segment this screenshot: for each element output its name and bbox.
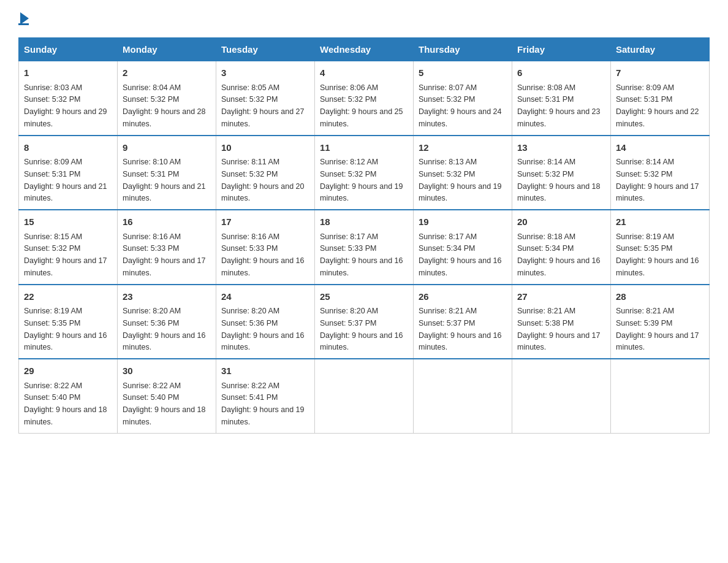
sunset-info: Sunset: 5:32 PM bbox=[123, 95, 179, 104]
sunset-info: Sunset: 5:40 PM bbox=[123, 393, 179, 402]
daylight-info: Daylight: 9 hours and 28 minutes. bbox=[123, 107, 206, 128]
sunrise-info: Sunrise: 8:21 AM bbox=[517, 307, 575, 315]
day-number: 21 bbox=[616, 215, 704, 229]
sunset-info: Sunset: 5:32 PM bbox=[419, 95, 475, 104]
daylight-info: Daylight: 9 hours and 19 minutes. bbox=[419, 182, 502, 203]
sunrise-info: Sunrise: 8:17 AM bbox=[320, 232, 378, 241]
day-cell: 21 Sunrise: 8:19 AM Sunset: 5:35 PM Dayl… bbox=[611, 210, 710, 285]
day-cell: 31 Sunrise: 8:22 AM Sunset: 5:41 PM Dayl… bbox=[216, 359, 315, 433]
day-cell: 8 Sunrise: 8:09 AM Sunset: 5:31 PM Dayli… bbox=[19, 136, 118, 210]
daylight-info: Daylight: 9 hours and 16 minutes. bbox=[320, 331, 403, 352]
sunrise-info: Sunrise: 8:20 AM bbox=[123, 307, 181, 315]
sunrise-info: Sunrise: 8:09 AM bbox=[24, 158, 82, 166]
daylight-info: Daylight: 9 hours and 16 minutes. bbox=[616, 256, 699, 277]
daylight-info: Daylight: 9 hours and 16 minutes. bbox=[221, 256, 305, 277]
calendar-header: SundayMondayTuesdayWednesdayThursdayFrid… bbox=[19, 38, 710, 61]
daylight-info: Daylight: 9 hours and 19 minutes. bbox=[221, 405, 305, 426]
day-number: 15 bbox=[24, 215, 112, 229]
day-cell: 7 Sunrise: 8:09 AM Sunset: 5:31 PM Dayli… bbox=[611, 61, 710, 136]
day-number: 16 bbox=[123, 215, 211, 229]
day-number: 20 bbox=[517, 215, 605, 229]
header-cell-saturday: Saturday bbox=[611, 38, 710, 61]
day-number: 13 bbox=[517, 141, 605, 155]
header-row: SundayMondayTuesdayWednesdayThursdayFrid… bbox=[19, 38, 710, 61]
daylight-info: Daylight: 9 hours and 18 minutes. bbox=[517, 182, 601, 203]
sunrise-info: Sunrise: 8:06 AM bbox=[320, 83, 378, 92]
day-cell: 14 Sunrise: 8:14 AM Sunset: 5:32 PM Dayl… bbox=[611, 136, 710, 210]
calendar-body: 1 Sunrise: 8:03 AM Sunset: 5:32 PM Dayli… bbox=[19, 61, 710, 434]
sunset-info: Sunset: 5:33 PM bbox=[221, 244, 278, 253]
day-cell: 2 Sunrise: 8:04 AM Sunset: 5:32 PM Dayli… bbox=[118, 61, 216, 136]
day-number: 4 bbox=[320, 66, 408, 80]
day-number: 8 bbox=[24, 141, 112, 155]
sunrise-info: Sunrise: 8:19 AM bbox=[24, 307, 82, 315]
day-cell: 1 Sunrise: 8:03 AM Sunset: 5:32 PM Dayli… bbox=[19, 61, 118, 136]
sunset-info: Sunset: 5:32 PM bbox=[616, 170, 672, 178]
sunrise-info: Sunrise: 8:05 AM bbox=[221, 83, 279, 92]
logo bbox=[18, 12, 29, 25]
sunset-info: Sunset: 5:33 PM bbox=[320, 244, 376, 253]
day-cell: 5 Sunrise: 8:07 AM Sunset: 5:32 PM Dayli… bbox=[414, 61, 512, 136]
sunset-info: Sunset: 5:31 PM bbox=[616, 95, 672, 104]
week-row-1: 1 Sunrise: 8:03 AM Sunset: 5:32 PM Dayli… bbox=[19, 61, 710, 136]
day-cell: 18 Sunrise: 8:17 AM Sunset: 5:33 PM Dayl… bbox=[315, 210, 414, 285]
sunset-info: Sunset: 5:32 PM bbox=[24, 95, 80, 104]
day-cell: 20 Sunrise: 8:18 AM Sunset: 5:34 PM Dayl… bbox=[512, 210, 611, 285]
daylight-info: Daylight: 9 hours and 20 minutes. bbox=[221, 182, 305, 203]
day-cell: 4 Sunrise: 8:06 AM Sunset: 5:32 PM Dayli… bbox=[315, 61, 414, 136]
day-number: 11 bbox=[320, 141, 408, 155]
sunrise-info: Sunrise: 8:21 AM bbox=[616, 307, 674, 315]
daylight-info: Daylight: 9 hours and 18 minutes. bbox=[123, 405, 206, 426]
sunset-info: Sunset: 5:31 PM bbox=[517, 95, 574, 104]
daylight-info: Daylight: 9 hours and 21 minutes. bbox=[123, 182, 206, 203]
sunset-info: Sunset: 5:36 PM bbox=[221, 319, 278, 327]
header-cell-friday: Friday bbox=[512, 38, 611, 61]
day-number: 9 bbox=[123, 141, 211, 155]
daylight-info: Daylight: 9 hours and 16 minutes. bbox=[24, 331, 107, 352]
day-cell: 3 Sunrise: 8:05 AM Sunset: 5:32 PM Dayli… bbox=[216, 61, 315, 136]
sunset-info: Sunset: 5:32 PM bbox=[320, 95, 376, 104]
sunrise-info: Sunrise: 8:16 AM bbox=[123, 232, 181, 241]
sunrise-info: Sunrise: 8:09 AM bbox=[616, 83, 674, 92]
sunrise-info: Sunrise: 8:10 AM bbox=[123, 158, 181, 166]
day-number: 7 bbox=[616, 66, 704, 80]
day-number: 25 bbox=[320, 290, 408, 304]
sunrise-info: Sunrise: 8:22 AM bbox=[123, 381, 181, 390]
sunset-info: Sunset: 5:38 PM bbox=[517, 319, 574, 327]
day-cell: 25 Sunrise: 8:20 AM Sunset: 5:37 PM Dayl… bbox=[315, 285, 414, 359]
day-number: 24 bbox=[221, 290, 309, 304]
sunrise-info: Sunrise: 8:07 AM bbox=[419, 83, 477, 92]
sunset-info: Sunset: 5:34 PM bbox=[517, 244, 574, 253]
daylight-info: Daylight: 9 hours and 22 minutes. bbox=[616, 107, 699, 128]
sunset-info: Sunset: 5:32 PM bbox=[320, 170, 376, 178]
sunrise-info: Sunrise: 8:22 AM bbox=[221, 381, 279, 390]
day-cell: 12 Sunrise: 8:13 AM Sunset: 5:32 PM Dayl… bbox=[414, 136, 512, 210]
day-cell: 10 Sunrise: 8:11 AM Sunset: 5:32 PM Dayl… bbox=[216, 136, 315, 210]
sunset-info: Sunset: 5:32 PM bbox=[419, 170, 475, 178]
week-row-3: 15 Sunrise: 8:15 AM Sunset: 5:32 PM Dayl… bbox=[19, 210, 710, 285]
header-cell-tuesday: Tuesday bbox=[216, 38, 315, 61]
daylight-info: Daylight: 9 hours and 16 minutes. bbox=[221, 331, 305, 352]
day-number: 18 bbox=[320, 215, 408, 229]
day-cell: 23 Sunrise: 8:20 AM Sunset: 5:36 PM Dayl… bbox=[118, 285, 216, 359]
sunrise-info: Sunrise: 8:19 AM bbox=[616, 232, 674, 241]
daylight-info: Daylight: 9 hours and 27 minutes. bbox=[221, 107, 305, 128]
day-cell bbox=[512, 359, 611, 433]
sunrise-info: Sunrise: 8:15 AM bbox=[24, 232, 82, 241]
day-cell: 19 Sunrise: 8:17 AM Sunset: 5:34 PM Dayl… bbox=[414, 210, 512, 285]
sunrise-info: Sunrise: 8:08 AM bbox=[517, 83, 575, 92]
header-cell-thursday: Thursday bbox=[414, 38, 512, 61]
sunrise-info: Sunrise: 8:20 AM bbox=[221, 307, 279, 315]
day-number: 28 bbox=[616, 290, 704, 304]
sunrise-info: Sunrise: 8:14 AM bbox=[616, 158, 674, 166]
sunset-info: Sunset: 5:32 PM bbox=[221, 95, 278, 104]
sunrise-info: Sunrise: 8:13 AM bbox=[419, 158, 477, 166]
day-number: 31 bbox=[221, 364, 309, 378]
sunset-info: Sunset: 5:31 PM bbox=[24, 170, 80, 178]
daylight-info: Daylight: 9 hours and 16 minutes. bbox=[419, 256, 502, 277]
day-number: 26 bbox=[419, 290, 507, 304]
day-cell: 28 Sunrise: 8:21 AM Sunset: 5:39 PM Dayl… bbox=[611, 285, 710, 359]
day-number: 3 bbox=[221, 66, 309, 80]
sunrise-info: Sunrise: 8:12 AM bbox=[320, 158, 378, 166]
calendar-table: SundayMondayTuesdayWednesdayThursdayFrid… bbox=[18, 37, 710, 434]
